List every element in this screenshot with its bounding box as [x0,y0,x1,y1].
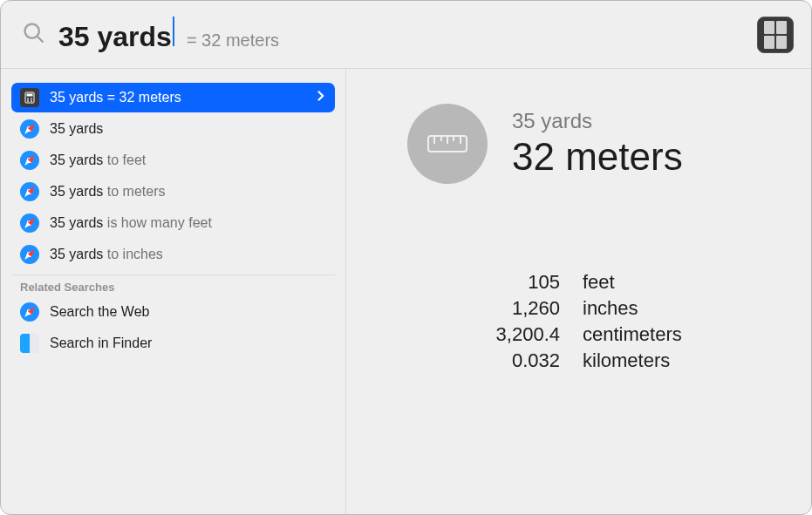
result-related-web[interactable]: Search the Web [11,297,335,327]
search-icon [22,21,46,49]
preview-pane: 35 yards 32 meters 105 feet 1,260 inches… [346,69,811,514]
results-sidebar: 35 yards = 32 meters 35 yards 35 yards t… [1,69,346,514]
svg-point-4 [27,98,29,100]
calculator-icon [20,88,39,107]
svg-line-1 [38,37,43,42]
result-top-hit[interactable]: 35 yards = 32 meters [11,83,335,112]
safari-icon [20,302,39,322]
ruler-icon [427,135,467,152]
conversions-table: 105 feet 1,260 inches 3,200.4 centimeter… [407,271,776,372]
search-input[interactable]: 35 yards [58,21,172,53]
text-cursor [173,17,174,46]
section-label-related: Related Searches [11,277,335,297]
calculator-app-icon[interactable] [757,17,794,53]
result-text: 35 yards to inches [50,247,163,262]
svg-point-5 [31,98,32,100]
result-suggestion[interactable]: 35 yards to inches [11,240,335,269]
conversion-value: 3,200.4 [407,323,560,346]
search-bar: 35 yards = 32 meters [1,1,811,69]
preview-input-label: 35 yards [512,109,683,133]
safari-icon [20,213,39,233]
safari-icon [20,151,39,170]
conversion-value: 1,260 [407,297,560,320]
conversion-value: 0.032 [407,349,560,372]
result-suggestion[interactable]: 35 yards to meters [11,177,335,207]
result-suggestion[interactable]: 35 yards is how many feet [11,208,335,238]
svg-rect-3 [27,94,33,97]
conversion-unit: centimeters [583,323,776,346]
preview-output-label: 32 meters [512,135,683,179]
safari-icon [20,182,39,201]
safari-icon [20,245,39,264]
result-suggestion[interactable]: 35 yards [11,114,335,144]
svg-point-7 [31,100,32,102]
result-text: 35 yards to feet [50,152,146,168]
result-text: 35 yards [50,121,103,137]
conversion-unit: feet [583,271,776,294]
svg-point-0 [25,24,39,37]
result-text: Search in Finder [50,335,152,351]
result-text: 35 yards to meters [50,184,166,200]
conversion-value: 105 [407,271,560,294]
section-divider [11,274,335,275]
conversion-unit: inches [583,297,776,320]
result-text: 35 yards = 32 meters [50,90,181,105]
result-suggestion[interactable]: 35 yards to feet [11,146,335,175]
result-text: Search the Web [50,304,149,320]
finder-icon [20,334,39,353]
conversion-unit: kilometers [583,349,776,372]
preview-header: 35 yards 32 meters [407,104,776,184]
result-related-finder[interactable]: Search in Finder [11,329,335,358]
search-inline-result: = 32 meters [187,30,279,51]
spotlight-window: 35 yards = 32 meters 35 yards = 32 meter… [0,0,812,515]
ruler-icon-circle [407,104,488,184]
safari-icon [20,119,39,139]
svg-point-6 [27,100,29,102]
search-input-wrap[interactable]: 35 yards = 32 meters [58,17,757,53]
content-area: 35 yards = 32 meters 35 yards 35 yards t… [1,69,811,514]
result-text: 35 yards is how many feet [50,215,212,231]
chevron-right-icon [317,90,326,105]
